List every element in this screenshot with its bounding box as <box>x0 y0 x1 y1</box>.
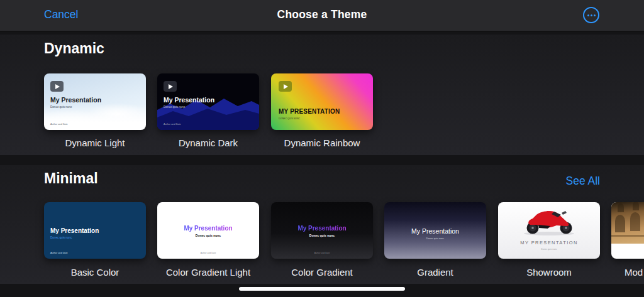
thumb-footer: Author and Date <box>164 123 181 126</box>
theme-label: Basic Color <box>44 267 146 278</box>
thumb-title: My Presentation <box>50 96 101 104</box>
thumb-subtitle: Donec quis nunc <box>498 248 600 251</box>
theme-card-color-gradient[interactable]: My Presentation Donec quis nunc Author a… <box>271 202 373 259</box>
play-icon <box>164 81 177 92</box>
thumb-title: MY PRESENTATION <box>279 108 340 115</box>
theme-card-dynamic-dark[interactable]: My Presentation Donec quis nunc Author a… <box>157 73 259 130</box>
theme-label-truncated: Mod <box>625 267 644 278</box>
ellipsis-circle-icon <box>583 7 599 23</box>
theme-card-showroom[interactable]: MY PRESENTATION Donec quis nunc <box>498 202 600 259</box>
thumb-footer: Author and Date <box>50 252 68 254</box>
theme-card-color-gradient-light[interactable]: My Presentation Donec quis nunc Author a… <box>157 202 259 259</box>
theme-card-dynamic-rainbow[interactable]: MY PRESENTATION DONEC QUIS NUNC <box>271 73 373 130</box>
theme-label: Showroom <box>498 267 600 278</box>
nav-bar: Cancel Choose a Theme <box>0 0 644 31</box>
thumb-subtitle: Donec quis nunc <box>384 237 486 240</box>
thumb-footer: Author and Date <box>50 123 68 126</box>
choose-theme-screen: Cancel Choose a Theme Dynamic My Present… <box>0 0 644 297</box>
thumb-subtitle: DONEC QUIS NUNC <box>279 117 300 120</box>
thumb-footer: Author and Date <box>157 252 259 254</box>
more-button[interactable] <box>583 7 599 23</box>
theme-label: Dynamic Dark <box>157 138 259 148</box>
theme-card-gradient[interactable]: My Presentation Donec quis nunc <box>384 202 486 259</box>
thumb-title: My Presentation <box>164 96 214 104</box>
theme-label: Color Gradient <box>271 267 373 278</box>
section-title-minimal: Minimal <box>44 170 98 187</box>
theme-card-basic-color[interactable]: My Presentation Donec quis nunc Author a… <box>44 202 146 259</box>
thumb-title: My Presentation <box>271 225 373 232</box>
theme-card-modern-partial[interactable] <box>611 202 644 259</box>
section-title-dynamic: Dynamic <box>44 40 104 57</box>
theme-label: Dynamic Rainbow <box>271 138 373 148</box>
thumb-title: My Presentation <box>384 227 486 235</box>
theme-label: Color Gradient Light <box>157 267 259 278</box>
theme-label: Gradient <box>384 267 486 278</box>
thumb-subtitle: Donec quis nunc <box>157 234 259 237</box>
thumb-subtitle: Donec quis nunc <box>50 236 72 239</box>
thumb-footer: Author and Date <box>271 252 373 254</box>
thumb-title: My Presentation <box>50 227 99 234</box>
home-indicator[interactable] <box>239 287 405 291</box>
thumb-title: MY PRESENTATION <box>498 240 600 246</box>
play-icon <box>279 81 292 92</box>
thumb-subtitle: Donec quis nunc <box>271 234 373 237</box>
colosseum-photo <box>611 202 644 244</box>
theme-label: Dynamic Light <box>44 138 146 148</box>
motorcycle-image <box>518 205 580 237</box>
play-icon <box>50 81 64 92</box>
theme-card-dynamic-light[interactable]: My Presentation Donec quis nunc Author a… <box>44 73 146 130</box>
see-all-button[interactable]: See All <box>566 175 600 188</box>
page-title: Choose a Theme <box>0 8 644 21</box>
thumb-title: My Presentation <box>157 225 259 232</box>
thumb-subtitle: Donec quis nunc <box>50 105 72 109</box>
thumb-subtitle: Donec quis nunc <box>164 105 185 109</box>
